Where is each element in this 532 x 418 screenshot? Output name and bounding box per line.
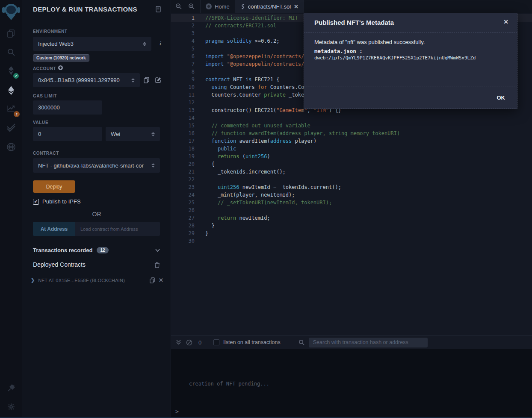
line-number: 6 [171,53,195,60]
deploy-button[interactable]: Deploy [33,180,75,193]
network-badge: Custom (10920) network [33,54,89,62]
environment-info-icon[interactable]: i [157,40,164,47]
deploy-run-panel: DEPLOY & RUN TRANSACTIONS ENVIRONMENT In… [22,0,171,418]
terminal-count: 0 [198,339,201,346]
terminal-prompt[interactable]: > [175,408,179,415]
environment-select[interactable]: Injected Web3 [33,37,151,51]
solidity-compiler-icon[interactable]: ✔ [0,62,22,79]
copy-account-icon[interactable] [143,77,150,83]
code-line[interactable]: 20 { [171,160,532,168]
code-line[interactable]: 23 uint256 newItemId = _tokenIds.current… [171,183,532,191]
copy-contract-icon[interactable] [149,277,155,283]
line-number: 25 [171,199,195,206]
line-number: 28 [171,222,195,230]
code-line[interactable]: 29} [171,230,532,237]
terminal-search-input[interactable] [309,338,428,347]
docs-book-icon[interactable] [155,6,161,14]
code-line[interactable]: 25 // _setTokenURI(newItemId, tokenURI); [171,199,532,206]
deployed-contract-item[interactable]: ❯ NFT AT 0X15E...E558F (BLOCKCHAIN) ✕ [31,277,163,283]
clear-deployed-trash-icon[interactable] [154,262,160,268]
line-number: 11 [171,91,195,99]
line-number: 17 [171,137,195,145]
remix-logo-icon[interactable] [2,3,21,22]
at-address-button[interactable]: At Address [33,222,75,236]
line-number: 3 [171,29,195,37]
tab-bar: Home contracts/NFT.sol ✕ [171,0,532,13]
file-explorer-icon[interactable] [0,25,22,42]
code-line[interactable]: 28 } [171,222,532,230]
code-line[interactable]: 22 [171,176,532,183]
tab-home[interactable]: Home [200,0,235,13]
tab-contracts-nft-sol[interactable]: contracts/NFT.sol ✕ [235,0,304,13]
panel-title: DEPLOY & RUN TRANSACTIONS [33,6,137,13]
listen-transactions-checkbox[interactable]: listen on all transactions [213,339,280,345]
transactions-recorded-row[interactable]: Transactions recorded 12 [33,247,160,253]
settings-gear-icon[interactable] [0,398,22,415]
deploy-run-icon[interactable] [0,82,22,99]
unit-testing-icon[interactable] [0,119,22,136]
modal-message: Metadata of "nft" was published successf… [314,39,507,45]
modal-header: Published NFT's Metadata ✕ [304,13,517,32]
code-line[interactable]: 16 // function awardItem(address player,… [171,130,532,137]
value-label: VALUE [33,120,48,125]
line-number: 9 [171,76,195,83]
stepper-icon [151,163,155,168]
gas-limit-label: GAS LIMIT [33,94,57,98]
remove-contract-icon[interactable]: ✕ [159,277,163,283]
clear-terminal-icon[interactable] [186,339,192,346]
line-number: 21 [171,168,195,176]
value-field[interactable] [33,127,102,141]
line-number: 15 [171,122,195,130]
terminal-output[interactable]: creation of NFT pending... > [171,349,532,418]
line-number: 1 [171,14,195,22]
line-number: 26 [171,206,195,214]
close-modal-icon[interactable]: ✕ [503,18,508,25]
contract-select[interactable]: NFT - github/ava-labs/avalanche-smart-co… [33,158,160,173]
code-line[interactable]: 14 [171,114,532,122]
code-line[interactable]: 18 public [171,145,532,153]
line-number: 10 [171,83,195,91]
remix-logo-icon [206,3,212,9]
code-line[interactable]: 30 [171,237,532,245]
transactions-count-badge: 12 [97,247,108,253]
chart-plugin-icon[interactable]: 1 [0,100,22,117]
value-input[interactable] [38,131,97,137]
line-number: 4 [171,37,195,45]
code-line[interactable]: 19 returns (uint256) [171,153,532,160]
zoom-out-icon[interactable] [175,3,182,10]
code-line[interactable]: 15 // commented out unused variable [171,122,532,130]
code-line[interactable]: 21 _tokenIds.increment(); [171,168,532,176]
search-icon[interactable] [0,44,22,61]
gas-limit-input[interactable] [38,104,97,111]
environment-label: ENVIRONMENT [33,29,68,34]
edit-account-icon[interactable] [155,77,162,83]
at-address-input[interactable] [75,222,160,236]
gas-limit-field[interactable] [33,100,102,115]
ok-button[interactable]: OK [497,94,505,101]
account-select[interactable]: 0x845...B1aB3 (999991.3297990 [33,73,140,87]
value-unit-select[interactable]: Wei [106,127,160,141]
close-tab-icon[interactable]: ✕ [294,3,299,10]
or-divider-text: OR [22,211,171,218]
publish-to-ipfs-checkbox[interactable]: ✔ Publish to IPFS [33,198,81,205]
code-line[interactable]: 17 function awardItem(address player) [171,137,532,145]
add-account-icon[interactable] [58,65,63,71]
zoom-in-icon[interactable] [188,3,195,10]
line-number: 24 [171,191,195,199]
code-line[interactable]: 24 _mint(player, newItemId); [171,191,532,199]
plugin-manager-icon[interactable] [0,380,22,397]
stepper-icon [143,42,146,46]
expand-chevron-icon[interactable]: ❯ [31,277,35,283]
line-number: 27 [171,214,195,222]
code-line[interactable]: 27 return newItemId; [171,214,532,222]
contract-label: CONTRACT [33,151,59,156]
account-label: ACCOUNT [33,66,56,71]
collapse-terminal-icon[interactable] [176,340,181,345]
line-number: 8 [171,68,195,76]
code-line[interactable]: 26 [171,206,532,214]
remix-ide-window: ✔ 1 [0,0,532,418]
sourcify-plugin-icon[interactable] [0,138,22,156]
icon-sidebar: ✔ 1 [0,0,22,418]
line-number: 2 [171,22,195,29]
chevron-down-icon [155,249,160,252]
